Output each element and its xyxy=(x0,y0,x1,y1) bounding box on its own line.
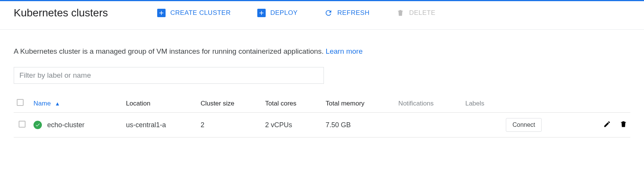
column-header-name[interactable]: Name ▲ xyxy=(30,94,123,113)
refresh-button[interactable]: REFRESH xyxy=(324,6,370,20)
refresh-label: REFRESH xyxy=(337,9,370,17)
delete-row-icon[interactable] xyxy=(620,120,627,130)
trash-icon xyxy=(396,9,405,17)
learn-more-link[interactable]: Learn more xyxy=(326,47,363,55)
deploy-button[interactable]: DEPLOY xyxy=(257,6,298,20)
delete-label: DELETE xyxy=(409,9,435,17)
connect-button[interactable]: Connect xyxy=(506,118,542,132)
delete-button[interactable]: DELETE xyxy=(396,6,435,20)
plus-icon xyxy=(157,9,166,17)
column-header-total-cores[interactable]: Total cores xyxy=(262,94,323,113)
column-header-cluster-size[interactable]: Cluster size xyxy=(198,94,262,113)
refresh-icon xyxy=(324,9,333,17)
status-ok-icon xyxy=(33,121,42,129)
cluster-size: 2 xyxy=(198,113,262,137)
cluster-total-cores: 2 vCPUs xyxy=(262,113,323,137)
select-all-checkbox[interactable] xyxy=(17,99,24,106)
page-title: Kubernetes clusters xyxy=(14,7,108,19)
column-header-notifications[interactable]: Notifications xyxy=(395,94,462,113)
column-header-connect xyxy=(503,94,570,113)
edit-icon[interactable] xyxy=(603,120,611,130)
cluster-total-memory: 7.50 GB xyxy=(323,113,395,137)
header-checkbox-cell xyxy=(14,94,30,113)
sort-ascending-icon: ▲ xyxy=(55,101,60,107)
create-cluster-button[interactable]: CREATE CLUSTER xyxy=(157,6,231,20)
row-checkbox[interactable] xyxy=(19,121,26,128)
create-cluster-label: CREATE CLUSTER xyxy=(170,9,231,17)
column-header-actions xyxy=(571,94,630,113)
column-name-label: Name xyxy=(33,100,51,107)
header-bar: Kubernetes clusters CREATE CLUSTER DEPLO… xyxy=(0,1,644,30)
table-row: echo-cluster us-central1-a 2 2 vCPUs 7.5… xyxy=(14,113,630,137)
cluster-labels xyxy=(462,113,503,137)
cluster-location: us-central1-a xyxy=(123,113,198,137)
page-description: A Kubernetes cluster is a managed group … xyxy=(14,47,630,56)
description-text: A Kubernetes cluster is a managed group … xyxy=(14,47,326,55)
column-header-location[interactable]: Location xyxy=(123,94,198,113)
cluster-notifications xyxy=(395,113,462,137)
column-header-total-memory[interactable]: Total memory xyxy=(323,94,395,113)
plus-icon xyxy=(257,9,266,17)
clusters-table: Name ▲ Location Cluster size Total cores… xyxy=(14,94,630,137)
main-content: A Kubernetes cluster is a managed group … xyxy=(0,30,644,147)
deploy-label: DEPLOY xyxy=(270,9,298,17)
cluster-name[interactable]: echo-cluster xyxy=(47,121,84,129)
column-header-labels[interactable]: Labels xyxy=(462,94,503,113)
filter-input[interactable] xyxy=(14,67,324,84)
